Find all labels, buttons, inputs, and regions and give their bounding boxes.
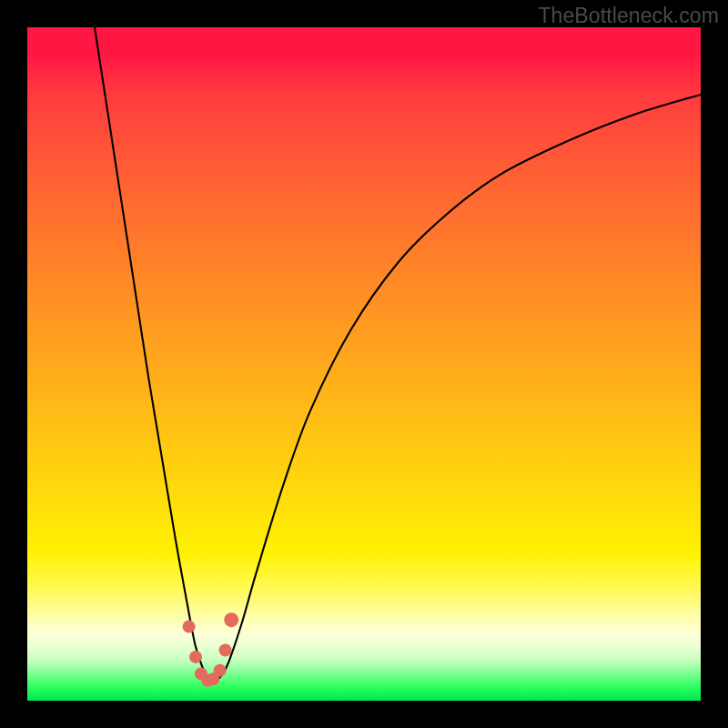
highlight-marker [214,664,227,677]
bottleneck-curve [95,27,701,682]
highlight-markers [183,612,239,687]
highlight-marker [183,621,196,633]
highlight-marker [224,612,238,627]
highlight-marker [189,651,202,663]
plot-svg [27,27,701,701]
watermark-text: TheBottleneck.com [538,4,719,28]
chart-stage: TheBottleneck.com [0,0,728,728]
highlight-marker [219,644,232,657]
plot-area [27,27,701,701]
